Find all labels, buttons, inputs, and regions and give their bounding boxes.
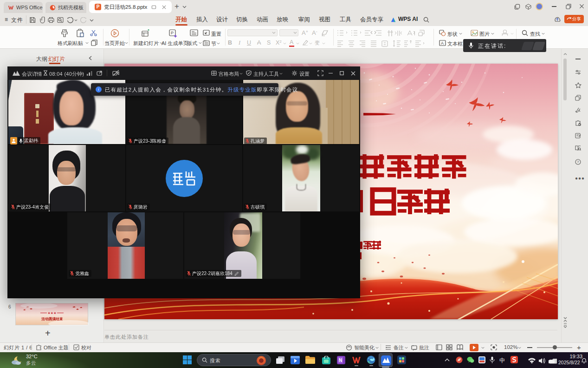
svg-text:P: P bbox=[171, 31, 174, 35]
svg-text:A: A bbox=[441, 41, 444, 46]
svg-text:?: ? bbox=[577, 160, 579, 164]
svg-text:N: N bbox=[339, 358, 342, 363]
